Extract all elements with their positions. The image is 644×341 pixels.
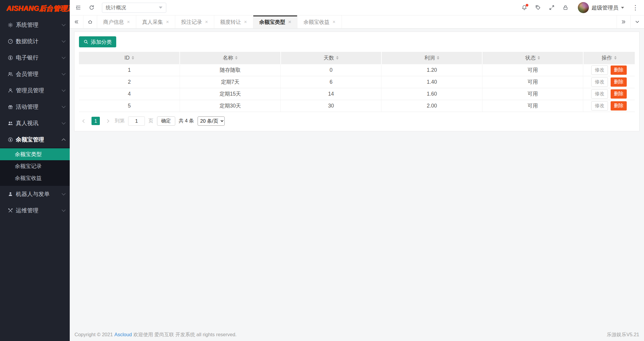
module-select-value: 统计概况 [106, 4, 159, 11]
more-options-icon[interactable]: ⋮ [631, 4, 639, 11]
lock-icon[interactable] [562, 4, 569, 11]
cell-name: 定期15天 [180, 88, 280, 100]
chevron-down-icon [62, 55, 66, 59]
tabbar-spacer [342, 15, 617, 28]
tab-quota-transfer[interactable]: 额度转让 × [214, 15, 253, 28]
column-header-id[interactable]: ID [79, 52, 180, 64]
home-icon[interactable] [83, 15, 97, 28]
cell-id: 5 [79, 100, 180, 112]
yuebao-type-card: 添加分类 ID 名称 天数 利润 状态 操作 [74, 32, 640, 131]
sidebar-item-label: 余额宝管理 [16, 136, 62, 144]
sidebar-subitem-yuebao-type[interactable]: 余额宝类型 [0, 148, 70, 160]
chevron-down-icon [62, 104, 66, 108]
edit-button[interactable]: 修改 [591, 77, 608, 87]
goto-page-input[interactable] [128, 116, 145, 126]
user-menu[interactable]: 超级管理员 [576, 2, 624, 13]
tab-close-icon[interactable]: × [333, 19, 336, 24]
chevron-down-icon [62, 22, 66, 26]
sidebar-item-ops[interactable]: 运维管理 [0, 202, 70, 219]
tab-close-icon[interactable]: × [205, 19, 208, 24]
add-category-label: 添加分类 [91, 38, 112, 46]
sidebar-item-label: 管理员管理 [16, 87, 62, 94]
yuebao-type-table: ID 名称 天数 利润 状态 操作 1 随存随取 0 1.20 可用 [79, 52, 635, 112]
edit-button[interactable]: 修改 [591, 101, 608, 110]
sort-icon [437, 56, 439, 60]
tabs-scroll-left-icon[interactable] [70, 15, 83, 28]
tab-close-icon[interactable]: × [288, 19, 291, 24]
prev-page-icon[interactable] [80, 117, 88, 125]
sidebar-item-robot[interactable]: 机器人与发单 [0, 186, 70, 202]
dashboard-icon [8, 39, 13, 44]
column-header-status[interactable]: 状态 [482, 52, 583, 64]
tag-icon[interactable] [535, 4, 541, 11]
tab-merchant-info[interactable]: 商户信息 × [97, 15, 136, 28]
cell-profit: 1.40 [381, 76, 482, 88]
brand-link[interactable]: Ascloud [114, 332, 132, 337]
tabbar: 商户信息 × 真人采集 × 投注记录 × 额度转让 × 余额宝类型 × 余额宝收… [70, 15, 644, 29]
next-page-icon[interactable] [103, 117, 111, 125]
delete-button[interactable]: 删除 [611, 89, 627, 99]
sidebar-item-yuebao[interactable]: 余额宝管理 [0, 131, 70, 148]
current-page-button[interactable]: 1 [91, 117, 100, 125]
column-header-name[interactable]: 名称 [180, 52, 280, 64]
tab-label: 额度转让 [220, 18, 241, 26]
page-size-select[interactable]: 20 条/页 [198, 116, 225, 126]
tab-yuebao-type[interactable]: 余额宝类型 × [253, 15, 297, 28]
tab-yuebao-income[interactable]: 余额宝收益 × [297, 15, 342, 28]
column-header-actions[interactable]: 操作 [583, 52, 635, 64]
add-category-button[interactable]: 添加分类 [79, 36, 116, 47]
page-label: 页 [148, 118, 153, 124]
sidebar-item-system[interactable]: 系统管理 [0, 17, 70, 33]
delete-button[interactable]: 删除 [611, 101, 627, 110]
fullscreen-icon[interactable] [549, 4, 555, 11]
user-name: 超级管理员 [592, 4, 618, 11]
module-select[interactable]: 统计概况 [102, 3, 166, 13]
column-header-profit[interactable]: 利润 [381, 52, 482, 64]
sidebar-subitem-yuebao-income[interactable]: 余额宝收益 [0, 172, 70, 184]
chevron-down-icon [62, 208, 66, 212]
sidebar-item-ebank[interactable]: 电子银行 [0, 49, 70, 66]
topbar-left: 统计概况 [75, 3, 166, 13]
gear-icon [8, 22, 13, 28]
chevron-down-icon [62, 88, 66, 92]
sidebar-item-statistics[interactable]: 数据统计 [0, 33, 70, 49]
tab-close-icon[interactable]: × [127, 19, 130, 24]
tab-bet-records[interactable]: 投注记录 × [175, 15, 214, 28]
ops-icon [8, 208, 13, 213]
tab-close-icon[interactable]: × [244, 19, 247, 24]
chevron-up-icon [62, 138, 66, 142]
column-header-days[interactable]: 天数 [281, 52, 381, 64]
confirm-button[interactable]: 确定 [157, 116, 175, 126]
edit-button[interactable]: 修改 [591, 66, 608, 75]
table-header-row: ID 名称 天数 利润 状态 操作 [79, 52, 635, 64]
sort-icon [614, 56, 617, 60]
tab-label: 真人采集 [142, 18, 163, 26]
delete-button[interactable]: 删除 [611, 77, 627, 87]
robot-icon [8, 191, 13, 197]
sidebar-item-admins[interactable]: 管理员管理 [0, 82, 70, 99]
tab-live-collect[interactable]: 真人采集 × [136, 15, 175, 28]
table-row: 2 定期7天 6 1.40 可用 修改删除 [79, 76, 635, 88]
sort-icon [132, 56, 134, 60]
edit-button[interactable]: 修改 [591, 89, 608, 99]
sidebar-item-activities[interactable]: 活动管理 [0, 99, 70, 115]
avatar[interactable] [578, 2, 589, 13]
tabs-menu-icon[interactable] [630, 15, 644, 28]
main-column: 统计概况 超级管理员 ⋮ 商户信息 × [70, 0, 644, 341]
sidebar-toggle-icon[interactable] [75, 4, 81, 11]
tabs-scroll-right-icon[interactable] [617, 15, 630, 28]
sidebar-item-live-video[interactable]: 真人视讯 [0, 115, 70, 131]
sidebar-menu: 系统管理 数据统计 电子银行 会员管理 管理员管理 活动管理 [0, 17, 70, 341]
caret-down-icon [621, 7, 624, 9]
app-logo: AISHANG后台管理系统 [0, 0, 70, 17]
sidebar-item-members[interactable]: 会员管理 [0, 66, 70, 82]
tab-label: 余额宝收益 [303, 18, 330, 26]
sidebar-subitem-yuebao-record[interactable]: 余额宝记录 [0, 160, 70, 172]
tab-close-icon[interactable]: × [166, 19, 169, 24]
bell-icon[interactable] [521, 4, 527, 11]
yuan-icon [8, 137, 13, 142]
delete-button[interactable]: 删除 [611, 66, 627, 75]
copyright-text: 欢迎使用 爱尚互联 开发系统 all rights reserved. [133, 332, 237, 337]
refresh-icon[interactable] [89, 4, 95, 11]
gift-icon [8, 104, 13, 110]
